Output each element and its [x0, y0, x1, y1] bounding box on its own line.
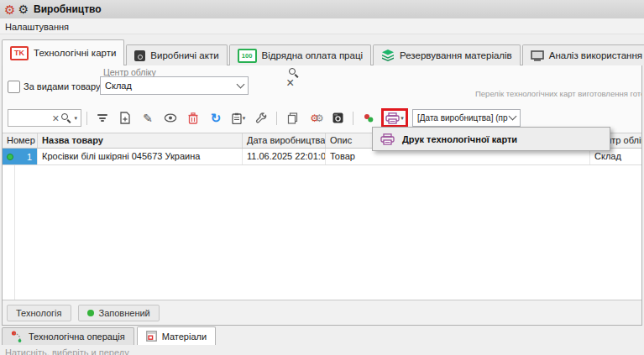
tab-label: Аналіз використання обладнання	[549, 50, 644, 60]
tab-label: Технологічні карти	[34, 48, 116, 58]
list-caption: Перелік технологічних карт виготовлення …	[475, 89, 642, 98]
materials-icon	[146, 331, 157, 342]
grid-empty-area	[3, 165, 642, 301]
tab-label: Технологічна операція	[29, 332, 125, 342]
report-button[interactable]: ▾	[228, 109, 249, 128]
gears-icon: ⚙⚙	[310, 112, 320, 124]
print-button-highlighted[interactable]: ▾	[381, 108, 408, 128]
app-gear-icon: ⚙	[18, 3, 29, 15]
center-of-account-value: Склад	[105, 81, 238, 91]
toolbar-separator	[86, 112, 87, 125]
settings-button[interactable]: ⚙⚙	[305, 109, 325, 128]
tech-cards-grid: Номер Назва товару Дата виробництва Опис…	[3, 133, 642, 301]
row-status-icon	[7, 154, 13, 160]
by-product-type-label: За видами товару	[24, 81, 100, 91]
chevron-down-icon	[237, 80, 245, 88]
search-icon	[61, 113, 71, 123]
bottom-tabstrip: Технологічна операція Матеріали	[2, 326, 642, 345]
dropdown-icon: ▾	[243, 115, 246, 121]
view-record-button[interactable]	[160, 109, 181, 128]
pencil-icon: ✎	[143, 112, 153, 125]
grid-footer: Технологія Заповнений	[3, 300, 642, 325]
refresh-button[interactable]: ↻	[206, 109, 226, 128]
technology-label: Технологія	[16, 308, 62, 318]
green-status-icon	[87, 310, 94, 316]
app-gear-red-icon: ⚙	[4, 3, 15, 16]
column-header-date[interactable]: Дата виробництва	[243, 133, 326, 148]
edit-record-button[interactable]: ✎	[138, 109, 158, 128]
filled-status-label: Заповнений	[99, 308, 150, 318]
chevron-down-icon	[509, 112, 517, 121]
printer-icon	[385, 112, 400, 124]
search-dropdown-icon: ▾	[74, 115, 77, 121]
tab-label: Виробничі акти	[150, 50, 218, 60]
clear-search-icon[interactable]: ×	[52, 112, 59, 124]
wrench-icon	[255, 112, 267, 124]
menu-settings[interactable]: Налаштування	[0, 19, 74, 32]
service-button[interactable]	[251, 109, 271, 128]
tk-badge-icon: TK	[10, 46, 29, 60]
row-number-cell[interactable]: 1	[3, 149, 38, 164]
copy-icon	[287, 112, 298, 124]
eye-icon	[164, 113, 177, 123]
toolbar-separator	[353, 112, 353, 125]
technology-tab[interactable]: Технологія	[7, 305, 71, 321]
window-title: Виробництво	[34, 3, 102, 15]
clear-filter-icon[interactable]: ×	[286, 76, 294, 90]
app-window: ⚙ ⚙ Виробництво Налаштування TK Технолог…	[0, 0, 644, 355]
main-tabstrip: TK Технологічні карти Виробничі акти 100…	[2, 38, 642, 65]
quick-search-input[interactable]: × ▾	[8, 109, 81, 127]
print-dropdown-menu: Друк технологічної карти	[372, 127, 610, 151]
tab-equipment-analysis[interactable]: Аналіз використання обладнання	[522, 44, 644, 65]
row-name-cell[interactable]: Кросівки білі шкіряні 045673 Украина	[38, 149, 243, 164]
delete-record-button[interactable]	[183, 109, 203, 128]
tab-production-acts[interactable]: Виробничі акти	[126, 44, 227, 65]
tab-piecework-pay[interactable]: 100 Відрядна оплата праці	[229, 44, 371, 65]
column-header-num[interactable]: Номер	[3, 133, 38, 148]
bottom-hint-text: Натисніть, виберіть и переду	[5, 347, 129, 355]
route-icon	[11, 331, 24, 342]
tab-label: Матеріали	[162, 332, 207, 342]
media-button[interactable]	[327, 109, 348, 128]
status-marks-button[interactable]	[359, 109, 379, 128]
by-product-type-checkbox[interactable]	[8, 81, 20, 93]
table-row[interactable]: 1 Кросівки білі шкіряні 045673 Украина 1…	[3, 149, 642, 165]
tab-tech-operation[interactable]: Технологічна операція	[2, 327, 134, 345]
red-green-dots-icon	[364, 113, 374, 123]
printer-icon	[380, 133, 395, 145]
tab-materials[interactable]: Матеріали	[137, 326, 216, 345]
toolbar-separator	[276, 112, 277, 125]
monitor-icon	[531, 50, 544, 61]
trash-icon	[188, 112, 198, 124]
filled-status-badge[interactable]: Заповнений	[78, 305, 160, 321]
copy-button[interactable]	[282, 109, 302, 128]
tab-label: Резервування матеріалів	[400, 50, 512, 60]
production-act-icon	[134, 50, 145, 61]
menu-bar: Налаштування	[0, 18, 644, 34]
tab-material-reservation[interactable]: Резервування матеріалів	[373, 44, 521, 65]
tech-cards-panel: За видами товару Центр обліку Склад × Пе…	[2, 65, 642, 326]
row-number: 1	[27, 152, 32, 162]
print-dropdown-icon: ▾	[401, 115, 404, 121]
column-header-name[interactable]: Назва товару	[38, 133, 243, 148]
add-record-button[interactable]	[115, 109, 135, 128]
layers-icon	[381, 50, 395, 61]
title-bar: ⚙ ⚙ Виробництво	[0, 0, 644, 18]
tab-label: Відрядна оплата праці	[262, 50, 363, 60]
row-date-cell[interactable]: 11.06.2025 22:01:03	[243, 149, 326, 164]
menu-item-print-tech-card[interactable]: Друк технологічної карти	[402, 134, 517, 144]
clipboard-icon	[232, 112, 242, 124]
filter-icon	[97, 114, 107, 122]
center-of-account-combo[interactable]: Склад	[100, 76, 249, 95]
camera-icon	[332, 112, 343, 123]
tab-tech-cards[interactable]: TK Технологічні карти	[2, 39, 124, 65]
date-production-combo-value: [Дата виробництва] (пр	[417, 113, 510, 123]
new-document-icon	[119, 112, 131, 124]
filter-button[interactable]	[92, 109, 113, 128]
date-production-combo[interactable]: [Дата виробництва] (пр	[412, 109, 521, 127]
badge-100-icon: 100	[238, 49, 257, 63]
refresh-icon: ↻	[211, 111, 222, 126]
